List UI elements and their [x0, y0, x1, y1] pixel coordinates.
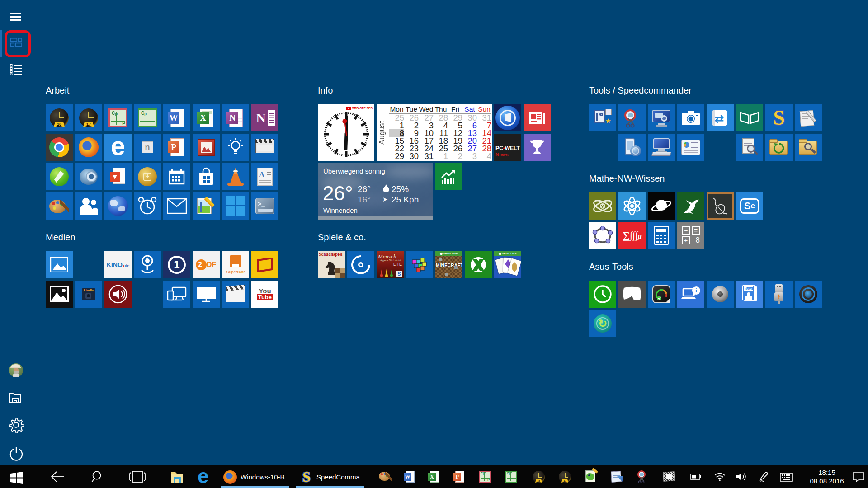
svg-text:S: S	[773, 107, 785, 129]
svg-text:S: S	[302, 469, 311, 485]
